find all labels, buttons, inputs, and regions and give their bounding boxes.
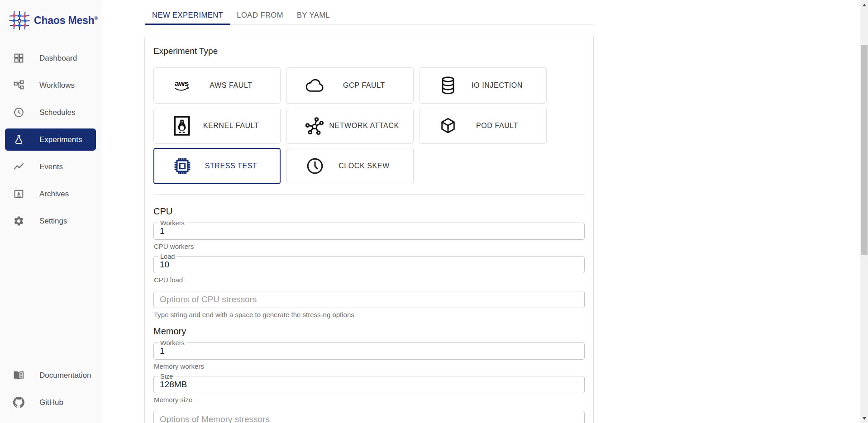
memory-size-field: Size Memory size bbox=[153, 376, 585, 404]
sidebar-item-label: Events bbox=[39, 162, 63, 171]
database-icon bbox=[437, 76, 459, 95]
cpu-workers-field: Workers CPU workers bbox=[153, 223, 585, 250]
type-button-clock-skew[interactable]: CLOCK SKEW bbox=[286, 148, 414, 184]
tab-by-yaml[interactable]: BY YAML bbox=[290, 5, 337, 24]
cube-icon bbox=[437, 116, 459, 135]
network-icon bbox=[304, 116, 326, 135]
brand-name: Chaos Mesh® bbox=[34, 14, 98, 27]
experiment-type-heading: Experiment Type bbox=[153, 46, 585, 56]
github-icon bbox=[13, 397, 24, 409]
memory-workers-field: Workers Memory workers bbox=[153, 342, 585, 370]
sidebar-nav: Dashboard Workflows bbox=[0, 47, 101, 232]
scrollbar-thumb[interactable] bbox=[861, 45, 868, 255]
type-button-label: KERNEL FAULT bbox=[193, 122, 269, 130]
sidebar-item-dashboard[interactable]: Dashboard bbox=[5, 47, 96, 69]
app-window: Chaos Mesh® Dashboard bbox=[0, 0, 868, 423]
sidebar-item-schedules[interactable]: Schedules bbox=[5, 101, 96, 124]
linux-icon bbox=[171, 116, 193, 136]
experiment-type-grid: aws AWS FAULT GCP FAULT bbox=[153, 67, 585, 184]
type-button-gcp-fault[interactable]: GCP FAULT bbox=[286, 67, 414, 104]
sidebar-item-label: Archives bbox=[39, 190, 69, 199]
dashboard-icon bbox=[13, 52, 24, 64]
memory-options-field bbox=[153, 411, 585, 423]
cpu-options-field: Type string and end with a space to gene… bbox=[153, 291, 585, 318]
book-icon bbox=[13, 370, 24, 381]
type-button-label: AWS FAULT bbox=[193, 81, 269, 90]
cpu-workers-input[interactable] bbox=[160, 226, 578, 236]
type-button-network-attack[interactable]: NETWORK ATTACK bbox=[286, 108, 414, 144]
sidebar-item-label: Workflows bbox=[39, 81, 75, 90]
section-divider bbox=[153, 194, 585, 195]
type-button-io-injection[interactable]: IO INJECTION bbox=[420, 67, 547, 104]
memory-options-input[interactable] bbox=[160, 414, 578, 423]
sidebar-item-experiments[interactable]: Experiments bbox=[5, 128, 96, 151]
cpu-load-field: Load CPU load bbox=[153, 256, 585, 284]
cpu-options-helper: Type string and end with a space to gene… bbox=[154, 311, 585, 318]
sidebar-item-documentation[interactable]: Documentation bbox=[5, 364, 96, 386]
scroll-up-arrow-icon[interactable] bbox=[860, 1, 868, 9]
archive-icon bbox=[13, 188, 24, 200]
new-experiment-card: Experiment Type aws AWS FAULT bbox=[144, 36, 594, 423]
type-button-label: POD FAULT bbox=[459, 122, 535, 130]
type-button-label: STRESS TEST bbox=[193, 162, 269, 170]
sidebar-item-label: Dashboard bbox=[39, 54, 77, 63]
tab-bar: NEW EXPERIMENT LOAD FROM BY YAML bbox=[145, 5, 594, 25]
sidebar-item-label: Experiments bbox=[39, 135, 82, 144]
type-button-label: NETWORK ATTACK bbox=[326, 122, 402, 130]
type-button-aws-fault[interactable]: aws AWS FAULT bbox=[153, 67, 281, 104]
sidebar-item-label: Documentation bbox=[39, 371, 91, 380]
memory-workers-helper: Memory workers bbox=[154, 362, 585, 370]
aws-icon: aws bbox=[171, 78, 193, 93]
sidebar-item-github[interactable]: GitHub bbox=[5, 391, 96, 413]
memory-section-title: Memory bbox=[153, 326, 585, 337]
main-content: NEW EXPERIMENT LOAD FROM BY YAML Experim… bbox=[101, 0, 868, 423]
line-chart-icon bbox=[13, 161, 24, 173]
memory-size-input[interactable] bbox=[160, 380, 578, 390]
sidebar-item-settings[interactable]: Settings bbox=[5, 210, 96, 232]
chip-icon bbox=[172, 157, 193, 175]
cpu-load-label: Load bbox=[158, 253, 177, 260]
chaos-mesh-logo[interactable]: Chaos Mesh® bbox=[0, 0, 101, 30]
sidebar-item-label: Schedules bbox=[39, 108, 75, 117]
flask-icon bbox=[13, 134, 24, 146]
type-button-label: GCP FAULT bbox=[326, 81, 402, 90]
memory-workers-input[interactable] bbox=[160, 346, 578, 356]
clock-icon bbox=[13, 107, 24, 119]
vertical-scrollbar[interactable] bbox=[860, 0, 868, 423]
cpu-load-helper: CPU load bbox=[154, 276, 585, 284]
type-button-label: CLOCK SKEW bbox=[326, 162, 402, 170]
type-button-kernel-fault[interactable]: KERNEL FAULT bbox=[153, 108, 281, 144]
memory-workers-label: Workers bbox=[158, 339, 187, 347]
cpu-options-input[interactable] bbox=[160, 295, 578, 304]
type-button-pod-fault[interactable]: POD FAULT bbox=[420, 108, 547, 144]
sidebar-item-label: Settings bbox=[39, 217, 67, 226]
cpu-section-title: CPU bbox=[153, 206, 585, 217]
scroll-down-arrow-icon[interactable] bbox=[860, 414, 868, 422]
memory-size-helper: Memory size bbox=[154, 396, 585, 404]
registered-mark: ® bbox=[94, 16, 97, 21]
sidebar: Chaos Mesh® Dashboard bbox=[0, 0, 101, 423]
sidebar-item-label: GitHub bbox=[39, 398, 63, 407]
tab-new-experiment[interactable]: NEW EXPERIMENT bbox=[145, 5, 230, 24]
sidebar-item-workflows[interactable]: Workflows bbox=[5, 74, 96, 96]
tab-load-from[interactable]: LOAD FROM bbox=[230, 5, 290, 24]
cloud-icon bbox=[304, 78, 326, 93]
cpu-workers-label: Workers bbox=[158, 219, 187, 227]
cpu-workers-helper: CPU workers bbox=[154, 242, 585, 250]
svg-text:aws: aws bbox=[175, 79, 189, 88]
gear-icon bbox=[13, 215, 24, 227]
clock-skew-icon bbox=[304, 157, 326, 175]
mesh-logo-icon bbox=[9, 11, 30, 30]
sidebar-item-events[interactable]: Events bbox=[5, 156, 96, 178]
workflows-icon bbox=[13, 80, 24, 91]
sidebar-item-archives[interactable]: Archives bbox=[5, 183, 96, 205]
cpu-load-input[interactable] bbox=[160, 260, 578, 270]
memory-size-label: Size bbox=[158, 373, 175, 380]
type-button-stress-test[interactable]: STRESS TEST bbox=[153, 148, 281, 184]
sidebar-footer: Documentation GitHub bbox=[5, 364, 96, 413]
type-button-label: IO INJECTION bbox=[459, 81, 535, 90]
